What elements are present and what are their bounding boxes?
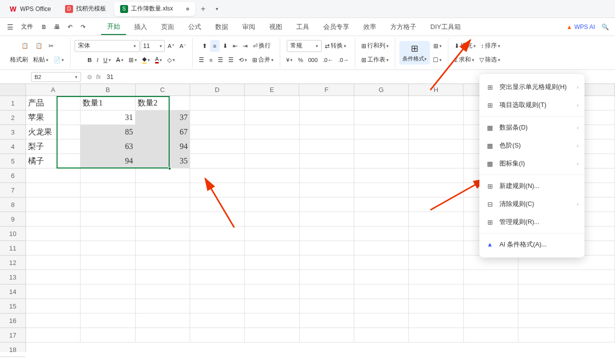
cell[interactable] xyxy=(190,96,245,110)
tab-insert[interactable]: 插入 xyxy=(128,20,153,34)
number-format-select[interactable]: 常规▾ xyxy=(287,40,322,52)
cell[interactable] xyxy=(464,328,518,342)
fill-button[interactable]: ⬇ 填充▾ xyxy=(452,40,478,52)
cell[interactable] xyxy=(245,168,299,183)
cell[interactable] xyxy=(409,314,463,328)
cell[interactable] xyxy=(409,284,463,299)
col-header[interactable]: C xyxy=(136,84,190,96)
cell[interactable] xyxy=(245,110,299,125)
clear-format-button[interactable]: ◇▾ xyxy=(165,54,177,66)
cancel-icon[interactable]: ⊖ xyxy=(87,74,92,80)
cell[interactable] xyxy=(354,270,409,284)
cell[interactable] xyxy=(136,328,190,342)
cell[interactable] xyxy=(245,125,299,140)
worksheet-button[interactable]: ⊞ 工作表▾ xyxy=(359,54,391,66)
row-header[interactable]: 1 xyxy=(0,96,26,110)
cell[interactable] xyxy=(409,226,463,241)
cell[interactable] xyxy=(81,212,135,226)
menu-icon[interactable]: ☰ xyxy=(4,21,16,33)
col-header[interactable]: B xyxy=(81,84,135,96)
row-header[interactable]: 17 xyxy=(0,328,26,342)
cell[interactable]: 火龙果 xyxy=(26,125,81,140)
tab-formula[interactable]: 公式 xyxy=(182,20,207,34)
cell[interactable] xyxy=(136,241,190,256)
strikethrough-button[interactable]: A̶▾ xyxy=(114,54,126,66)
fx-icon[interactable]: fx xyxy=(96,74,101,80)
cell-style-button[interactable]: ⊞▾ xyxy=(431,40,444,52)
wps-ai-button[interactable]: ▲ WPS AI xyxy=(566,24,595,30)
save-icon[interactable]: 🗎 xyxy=(38,21,50,33)
cell[interactable] xyxy=(81,183,135,198)
cell[interactable] xyxy=(245,183,299,198)
indent-dec-button[interactable]: ⇤ xyxy=(231,40,240,52)
italic-button[interactable]: I xyxy=(95,54,100,66)
search-icon[interactable]: 🔍 xyxy=(599,21,611,33)
cell[interactable] xyxy=(26,314,81,328)
cell[interactable] xyxy=(81,226,135,241)
cell[interactable] xyxy=(300,284,354,299)
cell[interactable] xyxy=(409,299,463,314)
cell[interactable] xyxy=(81,241,135,256)
row-header[interactable]: 6 xyxy=(0,168,26,183)
cell[interactable] xyxy=(190,183,245,198)
row-header[interactable]: 8 xyxy=(0,198,26,212)
cell[interactable] xyxy=(136,183,190,198)
cell[interactable] xyxy=(81,314,135,328)
file-menu[interactable]: 文件 xyxy=(17,20,37,34)
tab-page[interactable]: 页面 xyxy=(155,20,180,34)
cell[interactable] xyxy=(354,110,409,125)
row-header[interactable]: 3 xyxy=(0,125,26,140)
currency-button[interactable]: ¥▾ xyxy=(284,54,295,66)
cell[interactable] xyxy=(136,198,190,212)
tab-member[interactable]: 会员专享 xyxy=(317,20,355,34)
cell[interactable] xyxy=(26,168,81,183)
cell[interactable] xyxy=(409,183,463,198)
cell[interactable] xyxy=(300,226,354,241)
cut-button[interactable]: ✂ xyxy=(47,40,56,52)
cell[interactable] xyxy=(464,256,518,270)
align-top-button[interactable]: ⬆ xyxy=(200,40,209,52)
undo-icon[interactable]: ↶ xyxy=(64,21,76,33)
cell[interactable] xyxy=(354,284,409,299)
cell[interactable]: 63 xyxy=(81,140,135,154)
cell[interactable] xyxy=(518,314,615,328)
add-tab-button[interactable]: + xyxy=(196,2,210,16)
dd-manage-rules[interactable]: ⊞ 管理规则(R)... xyxy=(479,213,584,231)
cell[interactable] xyxy=(26,270,81,284)
cell[interactable] xyxy=(136,270,190,284)
cell[interactable] xyxy=(300,328,354,342)
col-header[interactable]: F xyxy=(299,84,354,96)
cell[interactable] xyxy=(409,154,463,168)
cell[interactable] xyxy=(300,168,354,183)
orientation-button[interactable]: ⟲▾ xyxy=(237,54,249,66)
col-header[interactable]: A xyxy=(26,84,81,96)
cell[interactable] xyxy=(354,198,409,212)
align-center-button[interactable]: ≡ xyxy=(207,54,215,66)
cell[interactable]: 31 xyxy=(81,110,135,125)
cell[interactable] xyxy=(518,299,615,314)
cell[interactable] xyxy=(190,226,245,241)
cell[interactable] xyxy=(409,256,463,270)
cell[interactable] xyxy=(354,328,409,342)
row-header[interactable]: 7 xyxy=(0,183,26,198)
cell[interactable] xyxy=(81,256,135,270)
cell[interactable] xyxy=(518,284,615,299)
cell[interactable] xyxy=(190,198,245,212)
dd-color-scales[interactable]: ▦ 色阶(S) › xyxy=(479,136,584,154)
size-select[interactable]: 11▾ xyxy=(141,40,165,52)
cell[interactable] xyxy=(81,168,135,183)
cell[interactable] xyxy=(409,96,463,110)
cell[interactable] xyxy=(464,299,518,314)
cell[interactable]: 35 xyxy=(136,154,190,168)
tab-home[interactable]: 开始 xyxy=(101,19,126,35)
col-header[interactable]: H xyxy=(409,84,463,96)
cell[interactable] xyxy=(354,299,409,314)
font-color-button[interactable]: A▾ xyxy=(153,54,165,66)
cell[interactable] xyxy=(190,140,245,154)
row-header[interactable]: 11 xyxy=(0,241,26,256)
cell[interactable] xyxy=(190,270,245,284)
cell[interactable] xyxy=(26,198,81,212)
cell[interactable] xyxy=(245,96,299,110)
tab-tools[interactable]: 工具 xyxy=(290,20,315,34)
cell[interactable] xyxy=(81,270,135,284)
